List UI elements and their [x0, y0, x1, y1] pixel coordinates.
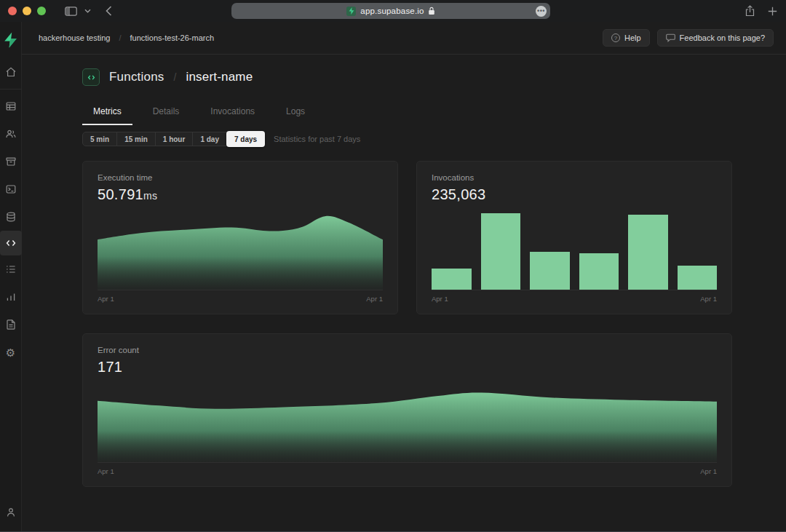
invocations-value: 235,063: [432, 186, 717, 203]
help-button[interactable]: ? Help: [603, 29, 650, 47]
tab-logs[interactable]: Logs: [275, 100, 316, 125]
minimize-window-button[interactable]: [23, 7, 31, 15]
page-options-icon[interactable]: •••: [536, 6, 547, 17]
time-range-7days[interactable]: 7 days: [226, 131, 265, 147]
breadcrumb-org[interactable]: hackerhouse testing: [39, 33, 110, 42]
sidebar-item-reports[interactable]: [0, 283, 22, 311]
time-range-15min[interactable]: 15 min: [117, 132, 156, 146]
x-axis-labels: Apr 1 Apr 1: [432, 290, 717, 306]
bar: [579, 253, 619, 290]
traffic-lights: [8, 7, 46, 15]
execution-time-card: Execution time 50.791ms Apr 1 Apr 1: [82, 161, 398, 314]
bar: [530, 252, 570, 290]
question-icon: ?: [611, 33, 620, 42]
x-tick-start: Apr 1: [432, 295, 448, 303]
bar: [628, 215, 668, 290]
invocations-chart: [432, 209, 717, 290]
x-tick-end: Apr 1: [700, 295, 717, 303]
sidebar-item-database[interactable]: [0, 203, 22, 231]
tab-metrics[interactable]: Metrics: [82, 100, 132, 125]
error-count-label: Error count: [98, 346, 717, 354]
url-text: app.supabase.io: [360, 7, 424, 15]
app-sidebar: ⚙: [0, 22, 22, 532]
share-icon[interactable]: [745, 5, 755, 17]
breadcrumb-project[interactable]: functions-test-26-march: [130, 33, 215, 42]
error-count-chart: [98, 381, 717, 462]
back-button-icon[interactable]: [106, 6, 112, 16]
x-axis-labels: Apr 1 Apr 1: [98, 463, 717, 479]
chevron-down-icon[interactable]: [84, 9, 91, 13]
main-content: Functions / insert-name Metrics Details …: [22, 55, 786, 532]
time-range-5min[interactable]: 5 min: [83, 132, 117, 146]
x-axis-labels: Apr 1 Apr 1: [98, 290, 383, 306]
execution-time-chart: [98, 209, 383, 290]
browser-toolbar: app.supabase.io •••: [0, 0, 786, 22]
time-range-1hour[interactable]: 1 hour: [156, 132, 194, 146]
sidebar-item-table-editor[interactable]: [0, 92, 22, 120]
time-range-1day[interactable]: 1 day: [193, 132, 227, 146]
new-tab-icon[interactable]: [768, 7, 777, 16]
address-bar[interactable]: app.supabase.io •••: [231, 3, 550, 19]
feedback-button[interactable]: Feedback on this page?: [657, 29, 774, 47]
x-tick-end: Apr 1: [700, 467, 717, 475]
page-title-function-name: insert-name: [186, 70, 253, 84]
bar-series: [432, 209, 717, 290]
sidebar-item-account[interactable]: [0, 499, 22, 526]
zoom-window-button[interactable]: [37, 7, 46, 15]
x-tick-end: Apr 1: [366, 295, 383, 303]
x-tick-start: Apr 1: [98, 295, 114, 303]
feedback-button-label: Feedback on this page?: [680, 33, 765, 42]
help-button-label: Help: [624, 33, 641, 42]
page-title: Functions / insert-name: [82, 68, 253, 86]
close-window-button[interactable]: [8, 7, 17, 15]
time-range-row: 5 min 15 min 1 hour 1 day 7 days Statist…: [82, 132, 360, 146]
error-count-card: Error count 171 Apr 1 Apr 1: [82, 333, 732, 487]
error-count-value: 171: [98, 359, 717, 376]
sidebar-item-sql-editor[interactable]: [0, 175, 22, 203]
tab-details[interactable]: Details: [142, 100, 191, 125]
invocations-label: Invocations: [432, 173, 717, 182]
page-title-section[interactable]: Functions: [109, 70, 164, 84]
sidebar-toggle-icon[interactable]: [65, 7, 77, 16]
bar: [678, 266, 718, 290]
supabase-logo-icon[interactable]: [3, 32, 18, 48]
chat-bubble-icon: [666, 33, 675, 42]
bar: [432, 269, 472, 290]
lock-icon: [428, 7, 435, 15]
execution-time-unit: ms: [143, 190, 157, 202]
tab-bar: Metrics Details Invocations Logs: [82, 100, 325, 125]
time-range-selector: 5 min 15 min 1 hour 1 day 7 days: [82, 132, 265, 146]
execution-time-value: 50.791ms: [98, 186, 383, 203]
time-range-note: Statistics for past 7 days: [274, 135, 360, 143]
supabase-favicon-icon: [346, 7, 356, 16]
breadcrumb: hackerhouse testing / functions-test-26-…: [39, 33, 214, 42]
execution-time-label: Execution time: [98, 173, 383, 182]
functions-badge-icon: [82, 68, 100, 86]
app-header: hackerhouse testing / functions-test-26-…: [22, 22, 786, 55]
breadcrumb-separator: /: [119, 33, 121, 42]
sidebar-item-functions[interactable]: [0, 231, 22, 255]
sidebar-item-settings[interactable]: ⚙: [0, 338, 22, 366]
sidebar-item-logs[interactable]: [0, 255, 22, 283]
sidebar-divider: [0, 89, 22, 90]
x-tick-start: Apr 1: [98, 467, 114, 475]
invocations-card: Invocations 235,063 Apr 1 Apr 1: [416, 161, 732, 314]
sidebar-item-docs[interactable]: [0, 311, 22, 338]
sidebar-item-storage[interactable]: [0, 148, 22, 175]
sidebar-item-auth-users[interactable]: [0, 120, 22, 148]
title-separator: /: [174, 71, 177, 83]
gear-icon: ⚙: [6, 347, 15, 358]
sidebar-item-home[interactable]: [0, 58, 22, 86]
browser-window: app.supabase.io •••: [0, 0, 786, 532]
tab-invocations[interactable]: Invocations: [199, 100, 266, 125]
bar: [481, 213, 521, 290]
